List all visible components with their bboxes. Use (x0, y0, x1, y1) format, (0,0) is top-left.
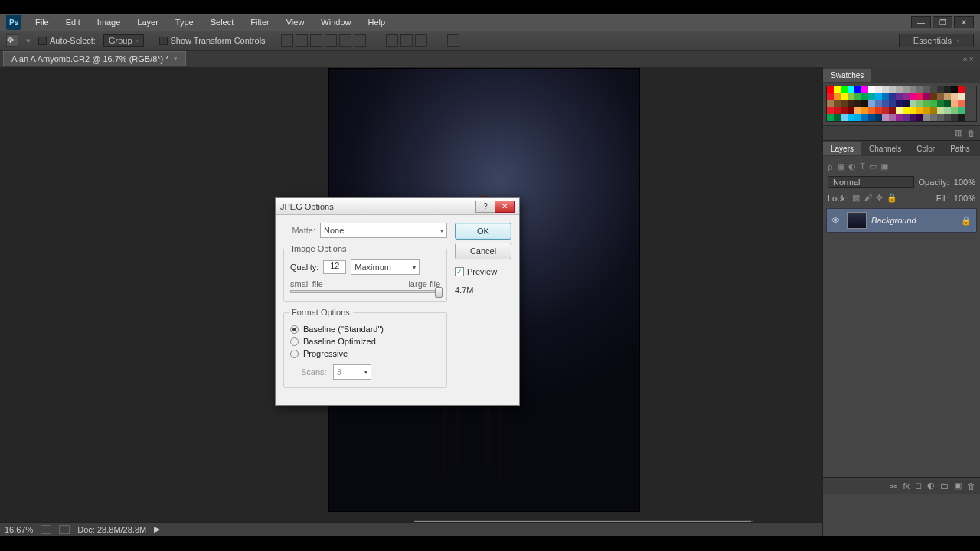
radio-progressive[interactable]: Progressive (290, 347, 440, 360)
document-tab-bar: Alan A Amyomb.CR2 @ 16.7% (RGB/8*) * × «… (0, 51, 980, 67)
auto-select-checkbox[interactable]: Auto-Select: (38, 36, 96, 45)
dialog-title: JPEG Options (280, 202, 334, 211)
dialog-close-button[interactable]: ✕ (495, 201, 514, 213)
app-logo: Ps (6, 15, 21, 30)
document-tab[interactable]: Alan A Amyomb.CR2 @ 16.7% (RGB/8*) * × (3, 51, 186, 66)
radio-baseline-optimized[interactable]: Baseline Optimized (290, 335, 440, 347)
distribute-icon[interactable] (386, 34, 398, 47)
align-right-icon[interactable] (354, 34, 366, 47)
image-options-legend: Image Options (289, 244, 350, 253)
matte-label: Matte: (283, 226, 315, 235)
menu-file[interactable]: File (29, 16, 55, 28)
align-vcenter-icon[interactable] (296, 34, 308, 47)
radio-label: Progressive (303, 349, 348, 358)
document-tab-close-icon[interactable]: × (174, 55, 178, 63)
matte-dropdown[interactable]: None▾ (320, 223, 447, 238)
dialog-help-button[interactable]: ? (475, 201, 495, 213)
align-top-icon[interactable] (281, 34, 293, 47)
format-options-legend: Format Options (289, 308, 353, 317)
ok-button[interactable]: OK (455, 223, 511, 240)
window-maximize-button[interactable]: ❐ (933, 16, 952, 28)
menu-type[interactable]: Type (169, 16, 200, 28)
window-minimize-button[interactable]: — (911, 16, 931, 28)
radio-icon[interactable] (290, 350, 299, 358)
photoshop-window: Ps File Edit Image Layer Type Select Fil… (0, 14, 980, 536)
show-transform-label: Show Transform Controls (171, 36, 266, 45)
workspace: ✥ ◫ ◡ ✦ ✂ ✎ ✚ 🖌 ⛉ ↺ ◧ ▣ 💧 ◯ ✒ T ▶ ▭ ✋ 🔍 (0, 67, 980, 536)
menu-edit[interactable]: Edit (60, 16, 87, 28)
align-left-icon[interactable] (325, 34, 337, 47)
workspace-switcher[interactable]: Essentials▾ (899, 34, 974, 47)
radio-label: Baseline ("Standard") (303, 324, 384, 334)
move-tool-icon[interactable]: ✥ (6, 34, 18, 47)
menu-select[interactable]: Select (204, 16, 240, 28)
format-options-group: Format Options Baseline ("Standard") Bas… (283, 308, 447, 388)
slider-thumb[interactable] (435, 287, 443, 298)
radio-label: Baseline Optimized (303, 337, 376, 346)
show-transform-checkbox[interactable]: Show Transform Controls (159, 36, 266, 45)
radio-icon[interactable] (290, 337, 299, 346)
scans-dropdown: 3▾ (333, 364, 371, 380)
options-bar: ✥ ▾ Auto-Select: Group▾ Show Transform C… (0, 31, 980, 51)
radio-icon[interactable] (290, 325, 299, 334)
quality-slider[interactable] (290, 290, 440, 293)
quality-input[interactable]: 12 (323, 260, 346, 274)
cancel-button[interactable]: Cancel (455, 243, 511, 259)
menu-window[interactable]: Window (315, 16, 357, 28)
menu-help[interactable]: Help (361, 16, 391, 28)
checkbox-icon[interactable]: ✓ (455, 267, 464, 276)
scans-label: Scans: (301, 367, 327, 377)
preview-checkbox[interactable]: ✓ Preview (455, 267, 511, 276)
window-close-button[interactable]: ✕ (954, 16, 974, 28)
3d-mode-icon[interactable] (447, 34, 459, 47)
auto-select-target-dropdown[interactable]: Group▾ (103, 34, 144, 47)
menu-view[interactable]: View (280, 16, 311, 28)
radio-baseline-standard[interactable]: Baseline ("Standard") (290, 323, 440, 335)
align-hcenter-icon[interactable] (339, 34, 351, 47)
slider-small-label: small file (290, 279, 323, 289)
distribute-icon[interactable] (415, 34, 427, 47)
jpeg-options-dialog: JPEG Options ? ✕ Matte: None▾ (275, 197, 520, 406)
doc-close-all-icon[interactable]: × (969, 54, 974, 64)
quality-preset-dropdown[interactable]: Maximum▾ (351, 259, 420, 275)
preview-label: Preview (467, 267, 497, 276)
menu-bar: Ps File Edit Image Layer Type Select Fil… (0, 14, 980, 31)
menu-image[interactable]: Image (91, 16, 127, 28)
dialog-titlebar[interactable]: JPEG Options ? ✕ (276, 198, 519, 215)
quality-label: Quality: (290, 262, 318, 272)
menu-filter[interactable]: Filter (244, 16, 275, 28)
menu-layer[interactable]: Layer (131, 16, 165, 28)
align-bottom-icon[interactable] (310, 34, 322, 47)
distribute-icon[interactable] (400, 34, 413, 47)
auto-select-label: Auto-Select: (50, 36, 96, 45)
image-options-group: Image Options Quality: 12 Maximum▾ small… (283, 244, 447, 302)
doc-collapse-icon[interactable]: « (962, 54, 967, 64)
dialog-backdrop: JPEG Options ? ✕ Matte: None▾ (0, 67, 980, 536)
document-tab-label: Alan A Amyomb.CR2 @ 16.7% (RGB/8*) * (11, 54, 169, 64)
filesize-readout: 4.7M (455, 285, 511, 295)
